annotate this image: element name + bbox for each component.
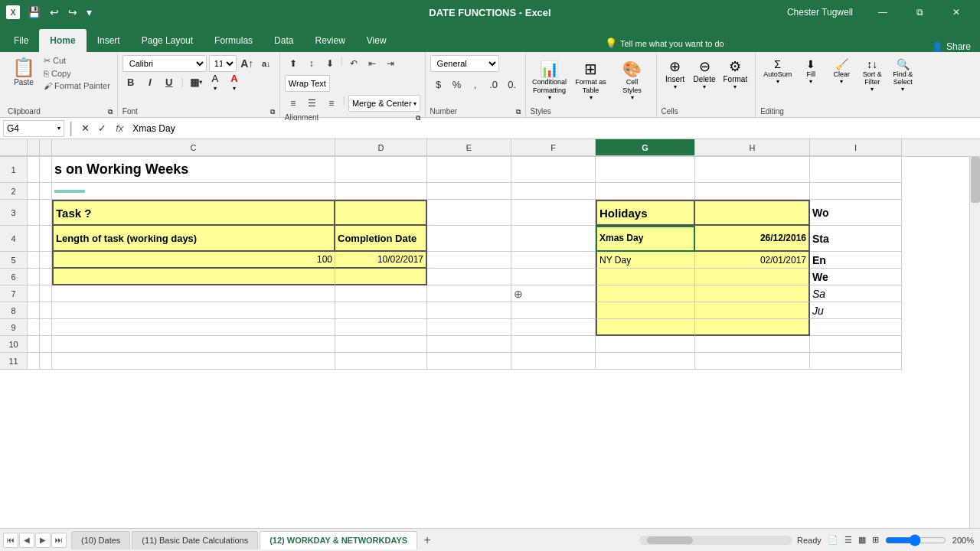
cell-C10[interactable] (52, 336, 335, 353)
cell-E4[interactable] (427, 226, 511, 252)
cell-D9[interactable] (335, 319, 427, 336)
cell-H6[interactable] (695, 269, 810, 285)
cell-C11[interactable] (52, 353, 335, 370)
cell-E11[interactable] (427, 353, 511, 370)
cell-I2[interactable] (810, 183, 902, 200)
format-as-table-button[interactable]: ⊞ Format asTable ▾ (572, 57, 610, 105)
row-header-9[interactable]: 9 (0, 319, 28, 336)
cell-G9[interactable] (596, 319, 695, 336)
indent-decrease-button[interactable]: ⇤ (364, 55, 381, 72)
undo-button[interactable]: ↩ (47, 5, 62, 20)
align-center-button[interactable]: ☰ (304, 95, 321, 112)
sheet-nav-last[interactable]: ⏭ (51, 533, 67, 548)
horizontal-scrollbar[interactable] (639, 536, 792, 545)
redo-button[interactable]: ↪ (65, 5, 80, 20)
wrap-text-button[interactable]: Wrap Text (285, 75, 330, 92)
font-color-button[interactable]: A ▾ (226, 73, 243, 90)
tab-formulas[interactable]: Formulas (204, 29, 263, 52)
delete-button[interactable]: ⊖ Delete ▾ (691, 55, 719, 93)
cell-B2[interactable] (40, 183, 52, 200)
cell-E10[interactable] (427, 336, 511, 353)
cell-A9[interactable] (28, 319, 40, 336)
bold-button[interactable]: B (122, 73, 139, 90)
cell-I6[interactable]: We (810, 269, 902, 285)
cell-B6[interactable] (40, 269, 52, 285)
formula-input[interactable] (129, 120, 977, 137)
align-left-button[interactable]: ≡ (285, 95, 302, 112)
format-painter-button[interactable]: 🖌 Format Painter (41, 80, 113, 91)
cell-B4[interactable] (40, 226, 52, 252)
cell-D8[interactable] (335, 302, 427, 319)
fill-button[interactable]: ⬇ Fill ▾ (796, 55, 825, 88)
cell-D6[interactable] (335, 269, 427, 285)
cell-F6[interactable] (511, 269, 596, 285)
cell-C7[interactable] (52, 285, 335, 302)
cell-I10[interactable] (810, 336, 902, 353)
row-header-7[interactable]: 7 (0, 285, 28, 302)
cell-A7[interactable] (28, 285, 40, 302)
cell-C6[interactable] (52, 269, 335, 285)
cell-G8[interactable] (596, 302, 695, 319)
cell-A5[interactable] (28, 252, 40, 269)
view-normal[interactable]: ☰ (844, 535, 852, 545)
cell-E2[interactable] (427, 183, 511, 200)
tab-view[interactable]: View (356, 29, 397, 52)
cell-C2[interactable] (52, 183, 335, 200)
cell-A11[interactable] (28, 353, 40, 370)
sheet-tab-basic-dates[interactable]: (11) Basic Date Calculations (132, 531, 258, 549)
row-header-10[interactable]: 10 (0, 336, 28, 353)
cell-E7[interactable] (427, 285, 511, 302)
autosum-button[interactable]: Σ AutoSum ▾ (760, 55, 795, 88)
decimal-increase-button[interactable]: .0 (485, 76, 502, 93)
cell-H1[interactable] (695, 157, 810, 183)
cell-E6[interactable] (427, 269, 511, 285)
cell-A2[interactable] (28, 183, 40, 200)
cell-D5[interactable]: 10/02/2017 (335, 252, 427, 269)
underline-button[interactable]: U (161, 73, 178, 90)
cell-G5[interactable]: NY Day (596, 252, 695, 269)
cell-F5[interactable] (511, 252, 596, 269)
tab-data[interactable]: Data (263, 29, 304, 52)
cell-H3[interactable] (695, 200, 810, 226)
currency-button[interactable]: $ (430, 76, 447, 93)
cell-A1[interactable] (28, 157, 40, 183)
cell-I5[interactable]: En (810, 252, 902, 269)
col-header-I[interactable]: I (810, 139, 902, 156)
cell-C9[interactable] (52, 319, 335, 336)
cell-F4[interactable] (511, 226, 596, 252)
close-button[interactable]: ✕ (939, 0, 974, 24)
cell-H5[interactable]: 02/01/2017 (695, 252, 810, 269)
cell-G3[interactable]: Holidays (596, 200, 695, 226)
row-header-5[interactable]: 5 (0, 252, 28, 269)
text-direction-button[interactable]: ↶ (345, 55, 362, 72)
save-button[interactable]: 💾 (24, 5, 44, 20)
conditional-formatting-button[interactable]: 📊 ConditionalFormatting ▾ (531, 57, 569, 105)
number-expand[interactable]: ⧉ (516, 108, 521, 116)
cell-H7[interactable] (695, 285, 810, 302)
horizontal-scrollbar-thumb[interactable] (647, 536, 693, 544)
comma-button[interactable]: , (467, 76, 484, 93)
clear-button[interactable]: 🧹 Clear ▾ (827, 55, 856, 88)
align-right-button[interactable]: ≡ (323, 95, 340, 112)
cell-E9[interactable] (427, 319, 511, 336)
cell-D11[interactable] (335, 353, 427, 370)
cell-G2[interactable] (596, 183, 695, 200)
row-header-2[interactable]: 2 (0, 183, 28, 200)
cell-F2[interactable] (511, 183, 596, 200)
merge-center-button[interactable]: Merge & Center▾ (348, 95, 420, 112)
cell-C4[interactable]: Length of task (working days) (52, 226, 335, 252)
cell-A10[interactable] (28, 336, 40, 353)
view-page-break[interactable]: ⊞ (872, 535, 879, 545)
cell-E3[interactable] (427, 200, 511, 226)
cell-A3[interactable] (28, 200, 40, 226)
decimal-decrease-button[interactable]: 0. (504, 76, 521, 93)
tab-home[interactable]: Home (39, 29, 86, 52)
cell-I9[interactable] (810, 319, 902, 336)
cell-I3[interactable]: Wo (810, 200, 902, 226)
tab-insert[interactable]: Insert (87, 29, 131, 52)
font-size-select[interactable]: 11 (209, 55, 237, 72)
cell-H10[interactable] (695, 336, 810, 353)
cell-C3[interactable]: Task ? (52, 200, 335, 226)
sheet-tab-workday[interactable]: (12) WORKDAY & NETWORKDAYS (260, 531, 417, 549)
cell-I4[interactable]: Sta (810, 226, 902, 252)
